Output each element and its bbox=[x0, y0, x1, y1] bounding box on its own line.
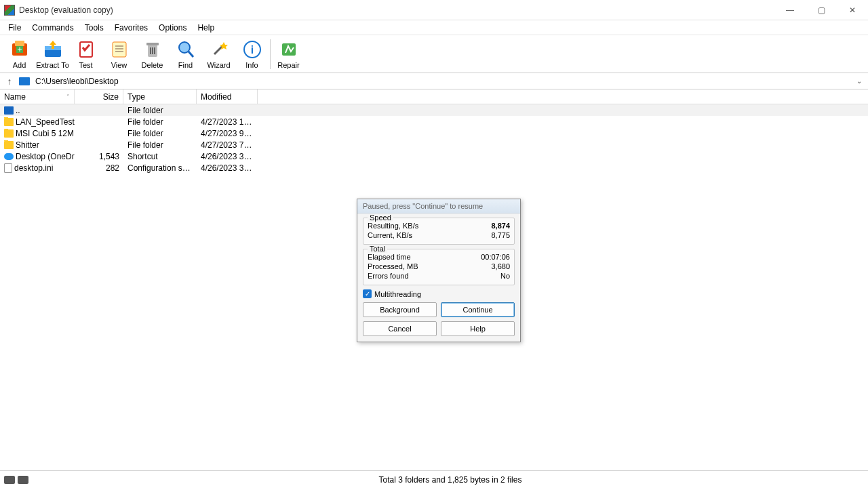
file-row[interactable]: MSI Cubi 5 12M File folder 4/27/2023 9:3… bbox=[0, 127, 868, 139]
errors-found: No bbox=[500, 272, 510, 280]
menu-tools[interactable]: Tools bbox=[79, 22, 109, 34]
tool-add[interactable]: +Add bbox=[3, 37, 36, 72]
ini-file-icon bbox=[4, 163, 12, 173]
status-text: Total 3 folders and 1,825 bytes in 2 fil… bbox=[33, 475, 868, 485]
file-list: .. File folder LAN_SpeedTestP... File fo… bbox=[0, 104, 868, 174]
background-button[interactable]: Background bbox=[363, 302, 437, 317]
folder-icon bbox=[4, 118, 14, 126]
delete-icon bbox=[142, 39, 163, 60]
find-icon bbox=[176, 39, 196, 60]
titlebar: Desktop (evaluation copy) ― ▢ ✕ bbox=[0, 0, 868, 20]
view-icon bbox=[109, 39, 130, 60]
file-row[interactable]: desktop.ini 282 Configuration setti... 4… bbox=[0, 162, 868, 174]
elapsed-time: 00:07:06 bbox=[481, 253, 510, 261]
menu-options[interactable]: Options bbox=[153, 22, 192, 34]
address-dropdown[interactable]: ⌄ bbox=[853, 77, 865, 85]
tool-delete[interactable]: Delete bbox=[136, 37, 169, 72]
checkbox-checked-icon: ✓ bbox=[363, 289, 372, 298]
col-type[interactable]: Type bbox=[123, 89, 197, 104]
cancel-button[interactable]: Cancel bbox=[363, 321, 437, 336]
menu-file[interactable]: File bbox=[3, 22, 26, 34]
svg-rect-7 bbox=[113, 42, 126, 57]
menu-commands[interactable]: Commands bbox=[26, 22, 79, 34]
svg-rect-21 bbox=[282, 43, 296, 56]
sort-indicator-icon: ˄ bbox=[66, 94, 70, 100]
status-icon-2[interactable] bbox=[18, 476, 28, 484]
repair-icon bbox=[279, 39, 299, 60]
minimize-button[interactable]: ― bbox=[774, 0, 806, 20]
window-title: Desktop (evaluation copy) bbox=[19, 5, 774, 15]
close-button[interactable]: ✕ bbox=[837, 0, 868, 20]
tool-find[interactable]: Find bbox=[169, 37, 202, 72]
up-folder-icon bbox=[4, 106, 14, 115]
col-modified[interactable]: Modified bbox=[197, 89, 258, 104]
speed-group: Speed Resulting, KB/s8,874 Current, KB/s… bbox=[363, 218, 515, 245]
address-bar: ↑ C:\Users\leobi\Desktop ⌄ bbox=[0, 73, 868, 89]
progress-dialog: Paused, press "Continue" to resume Speed… bbox=[357, 199, 521, 342]
tool-info[interactable]: iInfo bbox=[235, 37, 269, 72]
svg-line-17 bbox=[189, 52, 193, 57]
file-list-header: Name˄ Size Type Modified bbox=[0, 89, 868, 104]
svg-text:i: i bbox=[250, 44, 253, 56]
file-row[interactable]: Shitter File folder 4/27/2023 7:21 ... bbox=[0, 139, 868, 150]
file-row[interactable]: Desktop (OneDri... 1,543 Shortcut 4/26/2… bbox=[0, 150, 868, 162]
tool-repair[interactable]: Repair bbox=[272, 37, 305, 72]
col-name[interactable]: Name˄ bbox=[0, 89, 75, 104]
folder-icon bbox=[4, 129, 14, 138]
file-row[interactable]: .. File folder bbox=[0, 104, 868, 116]
total-group: Total Elapsed time00:07:06 Processed, MB… bbox=[363, 249, 515, 285]
app-icon bbox=[4, 5, 15, 16]
menu-favorites[interactable]: Favorites bbox=[109, 22, 153, 34]
folder-icon bbox=[4, 141, 14, 149]
tool-extract-to[interactable]: Extract To bbox=[36, 37, 69, 72]
multithreading-checkbox[interactable]: ✓ Multithreading bbox=[363, 289, 515, 298]
toolbar-separator bbox=[270, 39, 271, 69]
col-size[interactable]: Size bbox=[75, 89, 123, 104]
file-row[interactable]: LAN_SpeedTestP... File folder 4/27/2023 … bbox=[0, 116, 868, 127]
cloud-icon bbox=[4, 153, 14, 160]
drive-icon bbox=[19, 77, 30, 85]
up-button[interactable]: ↑ bbox=[3, 76, 16, 87]
status-icon-1[interactable] bbox=[4, 476, 15, 484]
dialog-title: Paused, press "Continue" to resume bbox=[357, 199, 520, 214]
wizard-icon bbox=[209, 39, 229, 60]
help-button[interactable]: Help bbox=[441, 321, 515, 336]
tool-test[interactable]: Test bbox=[69, 37, 102, 72]
menu-help[interactable]: Help bbox=[192, 22, 220, 34]
address-path[interactable]: C:\Users\leobi\Desktop bbox=[33, 75, 850, 87]
statusbar: Total 3 folders and 1,825 bytes in 2 fil… bbox=[0, 470, 868, 488]
speed-resulting: 8,874 bbox=[491, 222, 510, 230]
tool-wizard[interactable]: Wizard bbox=[202, 37, 235, 72]
tool-view[interactable]: View bbox=[102, 37, 136, 72]
processed-mb: 3,680 bbox=[491, 262, 510, 270]
speed-current: 8,775 bbox=[491, 231, 510, 239]
info-icon: i bbox=[242, 39, 262, 60]
add-icon: + bbox=[9, 39, 30, 60]
svg-rect-12 bbox=[146, 43, 159, 45]
menubar: File Commands Tools Favorites Options He… bbox=[0, 20, 868, 35]
svg-point-16 bbox=[179, 42, 190, 53]
toolbar: +Add Extract To Test View Delete Find Wi… bbox=[0, 35, 868, 73]
extract-icon bbox=[43, 39, 63, 60]
maximize-button[interactable]: ▢ bbox=[806, 0, 837, 20]
continue-button[interactable]: Continue bbox=[441, 302, 515, 317]
svg-text:+: + bbox=[17, 45, 22, 54]
test-icon bbox=[76, 39, 96, 60]
